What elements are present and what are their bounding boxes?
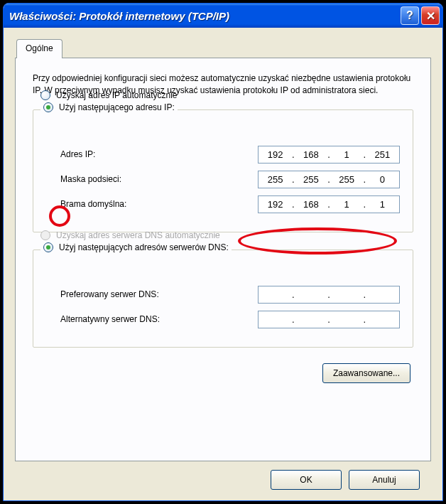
subnet-mask-row: Maska podsieci: 255. 255. 255. 0: [60, 171, 400, 188]
cancel-button-label: Anuluj: [372, 475, 396, 485]
dns-pref-row: Preferowany serwer DNS: . . .: [60, 286, 400, 304]
dns-group: Uzyskaj adres serwera DNS automatycznie …: [33, 250, 413, 348]
dialog-window: Właściwości: Protokół internetowy (TCP/I…: [3, 3, 443, 501]
subnet-mask-input[interactable]: 255. 255. 255. 0: [258, 171, 400, 188]
ip-oct-3[interactable]: 1: [334, 149, 359, 160]
cancel-button[interactable]: Anuluj: [349, 470, 420, 490]
help-icon[interactable]: ?: [401, 6, 419, 25]
advanced-button-label: Zaawansowane...: [333, 368, 400, 378]
titlebar[interactable]: Właściwości: Protokół internetowy (TCP/I…: [4, 4, 442, 28]
dns-alt-input[interactable]: . . .: [258, 311, 400, 328]
dns-manual-row[interactable]: Użyj następujących adresów serwerów DNS:: [40, 242, 232, 252]
advanced-button[interactable]: Zaawansowane...: [322, 363, 410, 383]
subnet-mask-label: Maska podsieci:: [60, 174, 258, 184]
mask-oct-2[interactable]: 255: [299, 174, 323, 185]
client-area: Ogólne Przy odpowiedniej konfiguracji si…: [4, 28, 442, 500]
dns-pref-label: Preferowany serwer DNS:: [60, 289, 258, 299]
mask-oct-4[interactable]: 0: [370, 174, 394, 185]
close-icon[interactable]: ✕: [421, 6, 440, 25]
gateway-row: Brama domyślna: 192. 168. 1. 1: [60, 195, 400, 213]
mask-oct-3[interactable]: 255: [334, 174, 359, 185]
tab-panel-general: Przy odpowiedniej konfiguracji sieci moż…: [15, 58, 431, 461]
mask-oct-1[interactable]: 255: [263, 174, 288, 185]
ip-oct-2[interactable]: 168: [299, 149, 323, 160]
ok-button-label: OK: [300, 475, 312, 485]
radio-icon: [43, 102, 53, 112]
ip-address-input[interactable]: 192. 168. 1. 251: [258, 146, 400, 163]
ok-button[interactable]: OK: [271, 470, 342, 490]
gateway-label: Brama domyślna:: [60, 199, 258, 209]
ip-address-label: Adres IP:: [60, 149, 258, 159]
ip-group: Uzyskaj adres IP automatycznie Użyj nast…: [33, 109, 413, 232]
ip-address-row: Adres IP: 192. 168. 1. 251: [60, 146, 400, 163]
dns-alt-label: Alternatywny serwer DNS:: [60, 314, 258, 324]
ip-manual-label: Użyj następującego adresu IP:: [59, 102, 175, 112]
gw-oct-2[interactable]: 168: [299, 199, 323, 210]
dialog-buttons: OK Anuluj: [15, 461, 431, 490]
gw-oct-3[interactable]: 1: [334, 199, 359, 210]
window-title: Właściwości: Protokół internetowy (TCP/I…: [9, 10, 398, 22]
dns-manual-label: Użyj następujących adresów serwerów DNS:: [59, 242, 229, 252]
gateway-input[interactable]: 192. 168. 1. 1: [258, 195, 400, 213]
radio-icon: [40, 90, 50, 100]
radio-icon: [43, 242, 53, 252]
ip-auto-label: Uzyskaj adres IP automatycznie: [56, 90, 178, 100]
tab-general-label: Ogólne: [26, 43, 53, 53]
radio-icon: [40, 230, 50, 240]
gw-oct-4[interactable]: 1: [370, 199, 394, 210]
tab-general[interactable]: Ogólne: [16, 39, 62, 58]
dns-pref-input[interactable]: . . .: [258, 286, 400, 304]
tab-strip: Ogólne: [15, 39, 431, 58]
ip-oct-4[interactable]: 251: [370, 149, 394, 160]
dns-auto-row: Uzyskaj adres serwera DNS automatycznie: [40, 230, 220, 240]
ip-manual-row[interactable]: Użyj następującego adresu IP:: [40, 102, 178, 112]
ip-oct-1[interactable]: 192: [263, 149, 288, 160]
ip-auto-row[interactable]: Uzyskaj adres IP automatycznie: [40, 90, 178, 100]
dns-alt-row: Alternatywny serwer DNS: . . .: [60, 311, 400, 328]
dns-auto-label: Uzyskaj adres serwera DNS automatycznie: [56, 230, 220, 240]
gw-oct-1[interactable]: 192: [263, 199, 288, 210]
